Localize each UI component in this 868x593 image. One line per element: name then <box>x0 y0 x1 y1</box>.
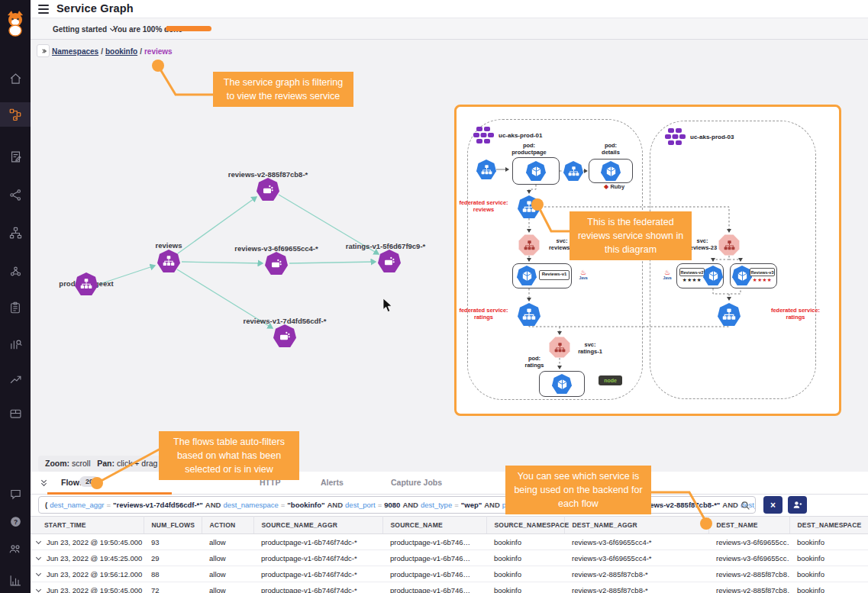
chat-icon[interactable] <box>0 482 31 505</box>
activity-chart-icon[interactable] <box>0 333 31 356</box>
home-icon[interactable] <box>0 67 31 90</box>
filter-segment: "bookinfo" <box>287 501 324 509</box>
cluster-name: uc-aks-prod-03 <box>690 134 734 141</box>
flows-table: START_TIMENUM_FLOWSACTIONSOURCE_NAME_AGG… <box>31 516 868 593</box>
reviews-v2-stars: ★★★★ <box>679 277 705 283</box>
storage-box-icon[interactable] <box>0 401 31 424</box>
flows-count-badge: 20 <box>79 476 99 487</box>
reviews-v1-tag: Reviews-v1 <box>539 270 570 280</box>
tab-alerts[interactable]: Alerts <box>321 478 344 487</box>
filter-segment: = <box>106 501 111 509</box>
trend-arrow-icon[interactable] <box>0 368 31 391</box>
table-cell: reviews-v2-885f87cb8-* <box>564 566 708 582</box>
table-cell: bookinfo <box>789 534 868 550</box>
person-icon <box>792 500 802 510</box>
java-logo-icon: ♨Java <box>577 269 589 280</box>
node-label: ratings-v1-5f6d67f9c9-* <box>321 242 450 250</box>
calico-cat-logo-icon[interactable] <box>5 11 26 37</box>
managed-clusters-icon[interactable] <box>0 259 31 282</box>
reviews-v3-stars: ★★★★ <box>750 277 775 283</box>
search-icon <box>741 501 750 511</box>
row-expand-icon[interactable] <box>36 586 41 591</box>
filter-segment: AND <box>327 501 343 509</box>
replicaset-icon <box>262 183 274 195</box>
column-header-action[interactable]: ACTION <box>202 517 253 534</box>
table-cell: productpage-v1-6b746f74dc-* <box>253 534 382 550</box>
title-bar: Service Graph <box>31 0 868 18</box>
filter-segment: dest_namespace <box>223 501 278 509</box>
table-cell: allow <box>202 550 253 566</box>
callout-flows-table: The flows table auto-filters based on wh… <box>159 431 299 480</box>
replicaset-icon <box>270 257 282 269</box>
table-cell: reviews-v3-6f69655cc4-* <box>564 534 708 550</box>
table-cell: bookinfo <box>486 566 564 582</box>
compliance-clipboard-icon[interactable] <box>0 296 31 319</box>
cluster-icon <box>665 128 686 147</box>
filter-segment: = <box>454 501 459 509</box>
column-header-dest_namespace[interactable]: DEST_NAMESPACE <box>789 517 868 534</box>
federated-ratings-label: federated service: ratings <box>459 307 508 321</box>
table-row[interactable]: Jun 23, 2022 @ 19:50:45.00072allowproduc… <box>31 582 868 593</box>
service-graph-app: ? Service Graph Getting started You are … <box>0 0 868 593</box>
filter-segment: ( <box>45 501 47 509</box>
filter-segment: AND <box>402 501 418 509</box>
table-cell: allow <box>202 582 253 593</box>
table-cell: productpage-v1-6b746… <box>382 582 486 593</box>
table-cell: 93 <box>144 534 202 550</box>
mouse-cursor <box>382 298 393 314</box>
users-icon[interactable] <box>0 537 31 560</box>
table-cell: reviews-v2-885f87cb8… <box>708 582 789 593</box>
nodejs-logo-badge: node <box>599 375 622 385</box>
column-header-source_name_aggr[interactable]: SOURCE_NAME_AGGR <box>253 517 382 534</box>
column-header-start_time[interactable]: START_TIME <box>31 517 144 534</box>
help-icon[interactable]: ? <box>0 510 31 533</box>
node-label: reviews-v2-885f87cb8-* <box>203 170 333 179</box>
table-cell: allow <box>202 534 253 550</box>
getting-started-dropdown[interactable]: Getting started <box>53 25 115 34</box>
service-graph-icon[interactable] <box>0 102 31 127</box>
filter-segment: dest_port <box>345 501 376 509</box>
table-row[interactable]: Jun 23, 2022 @ 19:56:12.00088allowproduc… <box>31 566 868 582</box>
callout-backend: You can see which service is being used … <box>505 466 651 514</box>
left-nav-sidebar: ? <box>0 0 31 593</box>
table-cell: bookinfo <box>789 582 868 593</box>
network-sets-icon[interactable] <box>0 221 31 244</box>
svc-ratings-1-label: svc: ratings-1 <box>573 341 608 356</box>
usage-bar-chart-icon[interactable] <box>0 569 31 591</box>
table-row[interactable]: Jun 23, 2022 @ 19:50:45.00093allowproduc… <box>31 534 868 550</box>
replicaset-icon <box>383 255 395 267</box>
java-logo-icon: ♨Java <box>661 269 673 280</box>
column-header-dest_name_aggr[interactable]: DEST_NAME_AGGR <box>564 517 708 534</box>
table-cell: productpage-v1-6b746f74dc-* <box>253 582 382 593</box>
row-expand-icon[interactable] <box>36 570 41 575</box>
filter-segment: dest_type <box>421 501 452 509</box>
column-header-source_name[interactable]: SOURCE_NAME <box>382 517 486 534</box>
column-header-dest_name[interactable]: DEST_NAME <box>708 517 789 534</box>
table-cell: Jun 23, 2022 @ 19:50:45.000 <box>31 534 144 550</box>
callout-filtering: The service graph is filtering to view t… <box>213 72 353 107</box>
sitemap-icon <box>80 278 92 290</box>
pod-ratings-label: pod: ratings <box>518 355 551 369</box>
endpoints-icon[interactable] <box>0 183 31 206</box>
row-expand-icon[interactable] <box>36 554 41 559</box>
collapse-panel-icon[interactable] <box>42 479 46 485</box>
federated-ratings-label: federated service: ratings <box>768 307 823 321</box>
user-button[interactable] <box>788 496 807 514</box>
column-header-source_namespace[interactable]: SOURCE_NAMESPACE <box>486 517 564 534</box>
table-cell: productpage-v1-6b746f74dc-* <box>253 566 382 582</box>
table-cell: reviews-v2-885f87cb8-* <box>564 582 708 593</box>
table-row[interactable]: Jun 23, 2022 @ 19:45:25.00029allowproduc… <box>31 550 868 566</box>
row-expand-icon[interactable] <box>36 538 41 543</box>
table-cell: 72 <box>144 582 202 593</box>
sitemap-icon <box>163 255 175 267</box>
tab-capture-jobs[interactable]: Capture Jobs <box>391 478 442 487</box>
clear-filter-button[interactable]: × <box>763 496 782 514</box>
svg-text:?: ? <box>13 517 17 525</box>
pod-productpage-label: pod: productpage <box>502 142 556 156</box>
cluster-icon <box>473 127 494 145</box>
policies-icon[interactable] <box>0 145 31 168</box>
filter-segment: = <box>378 501 382 509</box>
replicaset-icon <box>279 330 291 342</box>
hamburger-menu-icon[interactable] <box>38 5 49 14</box>
column-header-num_flows[interactable]: NUM_FLOWS <box>144 517 202 534</box>
